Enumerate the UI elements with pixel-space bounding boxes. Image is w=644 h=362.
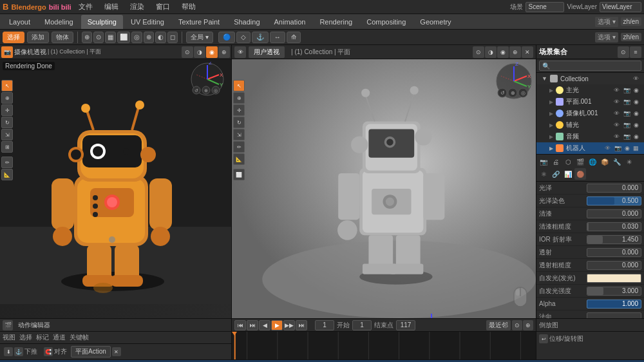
item3-cam[interactable]: 📷 <box>623 122 630 128</box>
tab-layout[interactable]: Layout <box>3 15 37 29</box>
center-tb-box[interactable]: ⬜ <box>233 169 245 180</box>
toolbar-add-btn[interactable]: 添加 <box>27 32 49 43</box>
tab-rendering[interactable]: Rendering <box>313 15 359 29</box>
snap-icon-2[interactable]: ◇ <box>236 32 251 43</box>
outliner-item-5[interactable]: ▶ 机器人 👁 📷 ◉ ▦ <box>536 142 644 154</box>
prop-value-normal[interactable] <box>587 312 641 319</box>
prop-tab-view-layer[interactable]: ⬡ <box>562 156 574 167</box>
nav-gizmo-center[interactable]: X Y Z ↺ ⊕ ◎ <box>495 62 533 100</box>
left-tb-scale[interactable]: ⇲ <box>1 129 13 140</box>
kf-icon-2[interactable]: ⚓ <box>14 347 23 356</box>
play-first-frame[interactable]: ⏮ <box>234 320 246 330</box>
view-layer-input[interactable] <box>600 2 641 12</box>
center-shading-icon[interactable]: ◑ <box>485 46 497 58</box>
mode-icon-8[interactable]: ◻ <box>167 32 178 43</box>
left-camera-icon[interactable]: 📷 <box>1 46 13 58</box>
item4-eye[interactable]: 👁 <box>614 133 620 140</box>
left-tb-move[interactable]: ✛ <box>1 104 13 116</box>
play-last-frame[interactable]: ⏭ <box>296 320 307 330</box>
outliner-search-input[interactable] <box>539 61 641 71</box>
frame-end-input[interactable] <box>396 320 415 330</box>
tab-modeling[interactable]: Modeling <box>38 15 80 29</box>
prop-value-emission-strength[interactable]: 3.000 <box>587 287 641 296</box>
emission-color-swatch[interactable] <box>587 274 641 283</box>
tab-uv-editing[interactable]: UV Editing <box>124 15 171 29</box>
action-editor-icon[interactable]: 🎬 <box>3 320 13 330</box>
left-tb-transform[interactable]: ⊞ <box>1 141 13 153</box>
nav-gizmo-left[interactable]: X Y Z ↺ ⊕ ◎ <box>190 62 229 100</box>
center-close-icon[interactable]: ✕ <box>522 46 533 58</box>
item0-eye[interactable]: 👁 <box>614 87 620 93</box>
item4-render[interactable]: ◉ <box>634 133 639 140</box>
prop-tab-object[interactable]: 📦 <box>599 156 611 167</box>
prop-value-ior[interactable]: 1.450 <box>587 235 641 244</box>
toolbar-select-btn[interactable]: 选择 <box>3 32 24 43</box>
center-view-icon[interactable]: 👁 <box>234 46 246 58</box>
item1-cam[interactable]: 📷 <box>623 99 630 105</box>
global-mode-btn[interactable]: 全局 ▾ <box>186 32 213 43</box>
item3-eye[interactable]: 👁 <box>614 122 620 128</box>
menu-edit[interactable]: 编辑 <box>102 1 120 13</box>
left-gizmo-btn[interactable]: ⊕ <box>218 46 230 58</box>
item2-render[interactable]: ◉ <box>634 110 639 117</box>
item2-cam[interactable]: 📷 <box>623 110 630 117</box>
timeline-sync-icon[interactable]: ⊙ <box>512 320 522 330</box>
mode-icon-2[interactable]: ⊙ <box>93 32 104 43</box>
center-gizmo-icon[interactable]: ⊕ <box>509 46 521 58</box>
left-render-btn[interactable]: ◉ <box>206 46 218 58</box>
prop-value-specular-tint[interactable]: 0.500 <box>587 196 641 205</box>
prop-tab-material[interactable]: 🟤 <box>574 168 586 180</box>
outliner-item-4[interactable]: ▶ 音频 👁 📷 ◉ <box>536 131 644 142</box>
menu-help[interactable]: 帮助 <box>180 1 198 13</box>
tl-menu-select[interactable]: 选择 <box>19 333 32 342</box>
frame-start-input[interactable] <box>352 320 372 330</box>
mode-icon-7[interactable]: ◐ <box>155 32 166 43</box>
prop-tab-scene[interactable]: 🎬 <box>574 156 586 167</box>
prop-tab-data[interactable]: 📊 <box>562 168 574 180</box>
item5-cam[interactable]: 📷 <box>614 145 621 151</box>
prop-tab-render[interactable]: 📷 <box>538 156 549 167</box>
outliner-item-1[interactable]: ▶ 平面.001 👁 📷 ◉ <box>536 96 644 108</box>
item0-render[interactable]: ◉ <box>634 87 639 93</box>
prop-tab-output[interactable]: 🖨 <box>550 156 562 167</box>
lang-btn[interactable]: zh/en <box>621 17 641 26</box>
center-tab-view[interactable]: 用户透视 <box>249 46 285 58</box>
item1-eye[interactable]: 👁 <box>614 99 620 105</box>
prop-value-transmission-rough[interactable]: 0.000 <box>587 261 641 270</box>
toolbar-object-btn[interactable]: 物体 <box>52 32 73 43</box>
tab-shading[interactable]: Shading <box>227 15 266 29</box>
tab-animation[interactable]: Animation <box>268 15 312 29</box>
options-btn[interactable]: 选项 ▾ <box>595 17 618 27</box>
center-tb-measure[interactable]: 📐 <box>233 153 245 165</box>
item1-render[interactable]: ◉ <box>634 99 639 105</box>
item2-eye[interactable]: 👁 <box>614 110 620 117</box>
outliner-collection-header[interactable]: ▼ Collection 👁 <box>536 73 644 84</box>
snap-icon-4[interactable]: ↔ <box>270 32 285 43</box>
left-shading-btn[interactable]: ◑ <box>194 46 205 58</box>
lang-right[interactable]: zh/en <box>621 33 641 41</box>
center-tb-rotate[interactable]: ↻ <box>233 117 245 128</box>
tl-menu-channel[interactable]: 通道 <box>53 333 66 342</box>
left-tb-measure[interactable]: 📐 <box>1 169 13 180</box>
center-tb-move[interactable]: ✛ <box>233 104 245 116</box>
item0-cam[interactable]: 📷 <box>623 87 630 93</box>
menu-window[interactable]: 窗口 <box>154 1 172 13</box>
play-prev-keyframe[interactable]: ⏭ <box>247 320 258 330</box>
play-button[interactable]: ▶ <box>271 320 283 330</box>
tl-menu-marker[interactable]: 标记 <box>36 333 49 342</box>
kf-icon-1[interactable]: ⬇ <box>4 347 13 356</box>
prop-tab-physics[interactable]: ⚛ <box>538 168 549 180</box>
menu-render[interactable]: 渲染 <box>128 1 146 13</box>
tab-texture-paint[interactable]: Texture Paint <box>172 15 226 29</box>
item5-render[interactable]: ◉ <box>625 145 630 151</box>
mode-icon-4[interactable]: ⬜ <box>117 32 130 43</box>
current-frame-input[interactable] <box>315 320 334 330</box>
left-tb-rotate[interactable]: ↻ <box>1 117 13 128</box>
mode-icon-6[interactable]: ⊕ <box>144 32 154 43</box>
snap-icon-1[interactable]: 🔵 <box>218 32 235 43</box>
center-tb-annotate[interactable]: ✏ <box>233 141 245 153</box>
prop-tab-modifier[interactable]: 🔧 <box>611 156 623 167</box>
options-right[interactable]: 选项 ▾ <box>595 32 618 43</box>
scene-input[interactable] <box>526 2 564 12</box>
snap-icon-5[interactable]: ⟰ <box>287 32 301 43</box>
